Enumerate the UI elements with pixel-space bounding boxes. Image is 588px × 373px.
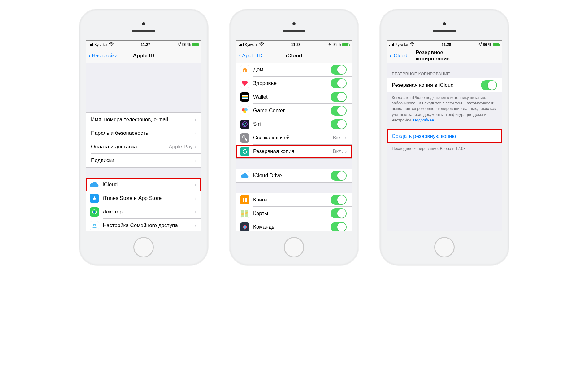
row-icloud-drive[interactable]: iCloud Drive — [236, 169, 352, 182]
battery-pct: 96 % — [333, 42, 341, 47]
location-icon — [178, 42, 181, 47]
row-books[interactable]: Книги — [236, 193, 352, 207]
toggle-switch[interactable] — [331, 195, 347, 205]
backup-footer: Когда этот iPhone подключен к источнику … — [387, 92, 502, 125]
toggle-switch[interactable] — [331, 171, 347, 181]
svg-point-10 — [242, 122, 247, 127]
row-icloud-backup-toggle[interactable]: Резервная копия в iCloud — [387, 78, 502, 92]
toggle-switch[interactable] — [331, 119, 347, 129]
chevron-right-icon: › — [345, 135, 347, 141]
row-backup-now[interactable]: Создать резервную копию — [387, 129, 502, 143]
row-subscriptions[interactable]: Подписки › — [86, 154, 201, 167]
back-label: iCloud — [392, 53, 407, 59]
row-detail: Вкл. — [333, 135, 343, 141]
row-maps[interactable]: Карты — [236, 207, 352, 220]
last-backup-footer: Последнее копирование: Вчера в 17:08 — [387, 143, 502, 154]
row-label: Подписки — [91, 157, 195, 164]
maps-icon — [240, 209, 249, 218]
row-shortcuts[interactable]: Команды — [236, 220, 352, 231]
toggle-switch[interactable] — [331, 92, 347, 102]
phone-mockup-1: Kyivstar 11:27 96 % ‹ Настройки Apple ID — [79, 9, 208, 265]
home-button[interactable] — [133, 237, 154, 257]
findmy-icon — [90, 207, 99, 217]
carrier-label: Kyivstar — [245, 42, 258, 47]
row-keychain[interactable]: Связка ключей Вкл. › — [236, 131, 352, 145]
home-button[interactable] — [434, 237, 455, 257]
battery-pct: 96 % — [483, 42, 491, 47]
icloud-more-apps-group: Книги Карты Команды — [236, 193, 352, 231]
row-health[interactable]: Здоровье — [236, 77, 352, 90]
status-bar: Kyivstar 11:27 96 % — [86, 41, 201, 49]
row-detail: Apple Pay — [169, 144, 193, 150]
nav-bar: ‹ Apple ID iCloud — [236, 49, 352, 63]
row-find-my[interactable]: Локатор › — [86, 205, 201, 219]
row-label: Siri — [253, 121, 331, 127]
toggle-switch[interactable] — [331, 222, 347, 231]
svg-point-2 — [93, 224, 94, 226]
appstore-icon — [90, 194, 99, 203]
row-icloud[interactable]: iCloud › — [86, 178, 201, 191]
row-label: Wallet — [253, 94, 331, 100]
chevron-left-icon: ‹ — [89, 52, 91, 59]
signal-icon — [389, 43, 394, 46]
status-bar: Kyivstar 11:28 96 % — [387, 41, 502, 49]
back-label: Apple ID — [242, 53, 262, 59]
row-label: iCloud — [103, 182, 195, 188]
row-family-sharing[interactable]: Настройка Семейного доступа › — [86, 219, 201, 231]
row-label: Карты — [253, 210, 331, 217]
toggle-switch[interactable] — [331, 208, 347, 218]
row-label: iCloud Drive — [253, 173, 331, 179]
wifi-icon — [259, 42, 264, 47]
toggle-switch[interactable] — [331, 78, 347, 88]
row-label: Резервная копия — [253, 148, 333, 155]
clock: 11:27 — [141, 42, 150, 47]
row-wallet[interactable]: Wallet — [236, 90, 352, 104]
books-icon — [240, 195, 249, 204]
icloud-drive-group: iCloud Drive — [236, 169, 352, 183]
phone-mockup-3: Kyivstar 11:28 96 % ‹ iCloud Резервное к… — [380, 9, 509, 265]
learn-more-link[interactable]: Подробнее… — [413, 118, 438, 122]
toggle-switch[interactable] — [331, 65, 347, 75]
backup-action-group: Создать резервную копию — [387, 129, 502, 143]
chevron-left-icon: ‹ — [389, 52, 391, 59]
nav-title: Резервное копирование — [416, 50, 473, 62]
battery-icon — [342, 43, 349, 46]
location-icon — [478, 42, 482, 47]
phone-mockup-2: Kyivstar 11:28 96 % ‹ Apple ID iCloud — [230, 9, 358, 265]
row-name-phone-email[interactable]: Имя, номера телефонов, e-mail › — [86, 113, 201, 126]
clock: 11:28 — [291, 42, 301, 47]
chevron-right-icon: › — [195, 144, 196, 150]
row-label: Книги — [253, 197, 331, 203]
gamecenter-icon — [240, 106, 249, 115]
toggle-switch[interactable] — [331, 106, 347, 116]
icloud-icon — [90, 180, 99, 189]
chevron-right-icon: › — [195, 117, 196, 122]
back-button[interactable]: ‹ Apple ID — [239, 52, 262, 59]
svg-point-9 — [243, 110, 246, 113]
svg-rect-5 — [242, 96, 248, 97]
back-button[interactable]: ‹ iCloud — [389, 52, 408, 59]
clock: 11:28 — [442, 42, 451, 47]
row-backup[interactable]: Резервная копия Вкл. › — [236, 145, 352, 158]
nav-title: Apple ID — [133, 53, 154, 59]
home-icon — [240, 65, 249, 74]
row-label: Оплата и доставка — [91, 144, 169, 150]
health-icon — [240, 79, 249, 88]
toggle-switch[interactable] — [481, 80, 497, 90]
row-label: Пароль и безопасность — [91, 130, 195, 136]
row-label: Настройка Семейного доступа — [103, 222, 195, 229]
chevron-right-icon: › — [195, 223, 196, 228]
row-payment-shipping[interactable]: Оплата и доставка Apple Pay › — [86, 140, 201, 154]
svg-point-1 — [93, 211, 95, 213]
row-itunes-appstore[interactable]: iTunes Store и App Store › — [86, 191, 201, 205]
back-button[interactable]: ‹ Настройки — [89, 52, 118, 59]
row-siri[interactable]: Siri — [236, 117, 352, 131]
row-password-security[interactable]: Пароль и безопасность › — [86, 126, 201, 140]
home-button[interactable] — [284, 237, 304, 257]
chevron-right-icon: › — [345, 149, 347, 154]
shortcuts-icon — [240, 222, 249, 231]
row-label: iTunes Store и App Store — [103, 195, 195, 201]
row-gamecenter[interactable]: Game Center — [236, 104, 352, 117]
row-home[interactable]: Дом — [236, 63, 352, 77]
battery-icon — [493, 43, 499, 46]
